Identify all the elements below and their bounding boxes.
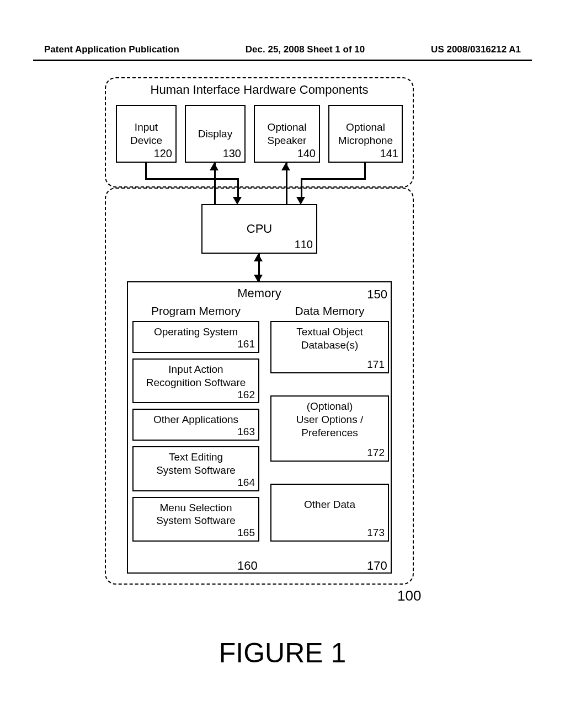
program-memory-title: Program Memory [132,304,259,318]
input-device-block: Input Device 120 [116,105,177,163]
page-header: Patent Application Publication Dec. 25, … [44,44,521,55]
arrowhead-icon [254,254,263,261]
input-device-label: Input Device [130,121,162,147]
menu-selection-ref: 165 [237,526,255,539]
data-memory-ref: 170 [367,559,387,573]
program-memory-ref: 160 [237,559,258,573]
diagram-container: Human Interface Hardware Components Inpu… [105,77,414,585]
other-apps-label: Other Applications [153,414,238,425]
text-editing-ref: 164 [237,476,255,489]
display-block: Display 130 [185,105,246,163]
menu-selection-label: Menu Selection System Software [156,502,236,527]
other-data-block: Other Data 173 [270,484,389,542]
other-apps-block: Other Applications 163 [132,409,259,441]
connector [237,178,239,198]
text-editing-block: Text Editing System Software 164 [132,446,259,491]
text-editing-label: Text Editing System Software [156,451,236,476]
connector [301,178,302,198]
user-options-ref: 172 [367,446,385,459]
microphone-block: Optional Microphone 141 [328,105,403,163]
os-label: Operating System [154,326,238,338]
header-right: US 2008/0316212 A1 [431,44,521,55]
connector [145,163,147,179]
connector [301,178,366,180]
input-device-ref: 120 [154,147,172,160]
input-recognition-label: Input Action Recognition Software [146,363,246,388]
arrowhead-icon [233,197,242,205]
speaker-ref: 140 [297,147,316,160]
cpu-block: CPU 110 [201,204,317,254]
memory-ref: 150 [367,287,387,302]
speaker-block: Optional Speaker 140 [254,105,320,163]
other-data-ref: 173 [367,526,385,539]
figure-label: FIGURE 1 [0,637,565,669]
memory-label: Memory [128,286,391,301]
hardware-section-title: Human Interface Hardware Components [106,83,413,97]
system-ref: 100 [397,587,421,604]
input-recognition-ref: 162 [237,388,255,402]
user-options-block: (Optional) User Options / Preferences 17… [270,395,389,462]
other-data-label: Other Data [304,499,355,510]
user-options-label: (Optional) User Options / Preferences [296,400,363,438]
microphone-label: Optional Microphone [338,121,393,147]
textual-db-ref: 171 [367,358,385,371]
os-ref: 161 [237,338,255,351]
display-label: Display [198,127,232,141]
program-memory-column: Program Memory Operating System 161 Inpu… [132,304,259,547]
os-block: Operating System 161 [132,321,259,353]
header-left: Patent Application Publication [44,44,179,55]
header-center: Dec. 25, 2008 Sheet 1 of 10 [246,44,365,55]
cpu-label: CPU [247,221,272,237]
display-ref: 130 [223,147,241,160]
input-recognition-block: Input Action Recognition Software 162 [132,358,259,404]
data-memory-column: Data Memory Textual Object Database(s) 1… [270,304,389,547]
data-memory-title: Data Memory [270,304,389,318]
textual-db-block: Textual Object Database(s) 171 [270,321,389,373]
speaker-label: Optional Speaker [268,121,307,147]
textual-db-label: Textual Object Database(s) [296,326,363,351]
header-rule [33,60,532,61]
connector [364,163,366,179]
connector [145,178,239,180]
arrowhead-icon [210,163,218,170]
microphone-ref: 141 [380,147,398,160]
other-apps-ref: 163 [237,425,255,438]
cpu-ref: 110 [295,238,313,251]
arrowhead-icon [296,197,305,205]
arrowhead-icon [281,163,290,170]
menu-selection-block: Menu Selection System Software 165 [132,497,259,542]
